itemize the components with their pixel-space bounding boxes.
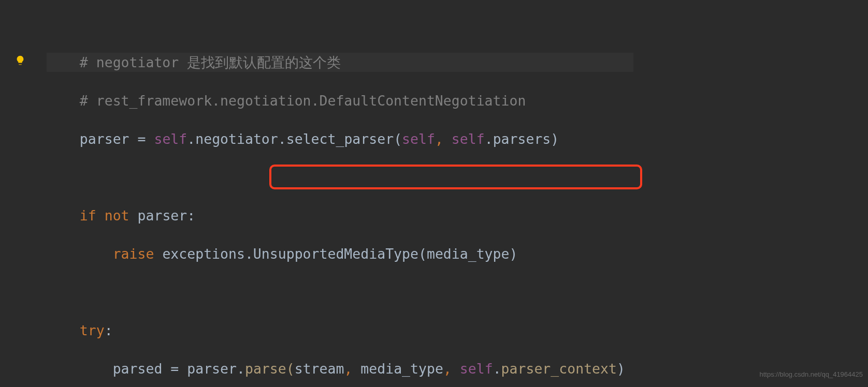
code-line: raise exceptions.UnsupportedMediaType(me… (47, 244, 633, 263)
code-line: if not parser: (47, 206, 633, 225)
code-line: # rest_framework.negotiation.DefaultCont… (47, 91, 633, 110)
comment: # rest_framework.negotiation.DefaultCont… (80, 93, 526, 109)
code-line: parsed = parser.parse(stream, media_type… (47, 359, 633, 378)
comment: # negotiator 是找到默认配置的这个类 (80, 54, 341, 70)
code-editor-viewport[interactable]: # negotiator 是找到默认配置的这个类 # rest_framewor… (47, 14, 633, 387)
watermark-text: https://blog.csdn.net/qq_41964425 (760, 365, 863, 384)
code-line (47, 168, 633, 187)
editor-gutter (0, 0, 41, 387)
code-line: parser = self.negotiator.select_parser(s… (47, 129, 633, 148)
code-line: try: (47, 321, 633, 340)
code-line (47, 282, 633, 302)
lightbulb-icon[interactable] (15, 52, 26, 63)
code-line: # negotiator 是找到默认配置的这个类 (47, 53, 633, 72)
